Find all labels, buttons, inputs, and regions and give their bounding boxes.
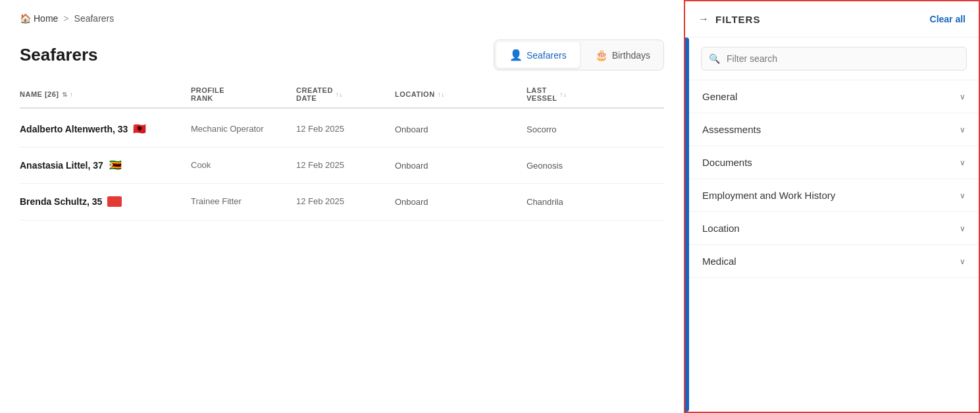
filters-panel: → FILTERS Clear all 🔍 General ∨ xyxy=(684,0,980,413)
breadcrumb: 🏠 Home > Seafarers xyxy=(20,13,664,24)
chevron-documents-icon: ∨ xyxy=(960,158,966,167)
cell-rank-1: Mechanic Operator xyxy=(191,123,296,135)
breadcrumb-current: Seafarers xyxy=(74,13,115,24)
table-row[interactable]: Adalberto Altenwerth, 33 🇦🇱 Mechanic Ope… xyxy=(20,111,664,148)
filter-section-medical: Medical ∨ xyxy=(689,245,979,278)
seafarers-table: NAME [26] ⇅ ↑ PROFILERANK CREATEDDATE ↑↓… xyxy=(20,86,664,221)
col-vessel[interactable]: LASTVESSEL ↑↓ xyxy=(527,86,658,102)
filters-header: → FILTERS Clear all xyxy=(685,1,979,38)
filters-title: FILTERS xyxy=(715,14,760,25)
sidebar-inner: 🔍 General ∨ Assessments ∨ xyxy=(685,38,979,412)
sort-name-icon: ⇅ xyxy=(62,91,68,98)
breadcrumb-home[interactable]: 🏠 Home xyxy=(20,13,58,24)
cell-name-3: Brenda Schultz, 35 🟥 xyxy=(20,196,191,207)
cell-vessel-2: Geonosis xyxy=(527,161,658,171)
filter-section-assessments-header[interactable]: Assessments ∨ xyxy=(689,113,979,146)
filter-section-assessments: Assessments ∨ xyxy=(689,113,979,146)
col-location[interactable]: LOCATION ↑↓ xyxy=(395,86,527,102)
col-name[interactable]: NAME [26] ⇅ ↑ xyxy=(20,86,191,102)
clear-all-button[interactable]: Clear all xyxy=(930,14,966,24)
flag-3: 🟥 xyxy=(107,196,122,207)
chevron-location-icon: ∨ xyxy=(960,224,966,233)
cell-name-2: Anastasia Littel, 37 🇿🇼 xyxy=(20,160,191,171)
table-header: NAME [26] ⇅ ↑ PROFILERANK CREATEDDATE ↑↓… xyxy=(20,86,664,109)
sidebar-content: 🔍 General ∨ Assessments ∨ xyxy=(689,38,979,412)
sort-location-icon: ↑↓ xyxy=(438,91,445,98)
flag-1: 🇦🇱 xyxy=(133,124,147,134)
page-title: Seafarers xyxy=(20,45,98,65)
filter-section-employment-header[interactable]: Employment and Work History ∨ xyxy=(689,179,979,211)
cell-location-1: Onboard xyxy=(395,124,527,134)
chevron-employment-icon: ∨ xyxy=(960,191,966,200)
filter-section-medical-header[interactable]: Medical ∨ xyxy=(689,245,979,277)
flag-2: 🇿🇼 xyxy=(109,160,123,171)
filters-title-group: → FILTERS xyxy=(698,13,760,25)
sort-name-up-icon: ↑ xyxy=(70,91,74,98)
sort-created-icon: ↑↓ xyxy=(336,91,343,98)
arrow-icon: → xyxy=(698,13,709,25)
cell-rank-3: Trainee Fitter xyxy=(191,196,296,207)
filter-search-wrap: 🔍 xyxy=(689,38,979,80)
cell-vessel-3: Chandrila xyxy=(527,197,658,207)
table-row[interactable]: Anastasia Littel, 37 🇿🇼 Cook 12 Feb 2025… xyxy=(20,148,664,184)
filter-section-documents: Documents ∨ xyxy=(689,146,979,179)
seafarers-icon: 👤 xyxy=(509,49,523,61)
col-created[interactable]: CREATEDDATE ↑↓ xyxy=(296,86,395,102)
home-icon: 🏠 xyxy=(20,13,31,24)
tab-seafarers[interactable]: 👤 Seafarers xyxy=(496,42,580,68)
cell-vessel-1: Socorro xyxy=(527,124,658,134)
cell-date-1: 12 Feb 2025 xyxy=(296,123,395,135)
cell-name-1: Adalberto Altenwerth, 33 🇦🇱 xyxy=(20,124,191,134)
filter-section-employment: Employment and Work History ∨ xyxy=(689,179,979,212)
cell-rank-2: Cook xyxy=(191,159,296,171)
table-row[interactable]: Brenda Schultz, 35 🟥 Trainee Fitter 12 F… xyxy=(20,184,664,220)
filter-section-location-header[interactable]: Location ∨ xyxy=(689,212,979,244)
cell-location-3: Onboard xyxy=(395,197,527,207)
chevron-medical-icon: ∨ xyxy=(960,257,966,266)
filter-section-location: Location ∨ xyxy=(689,212,979,245)
birthdays-icon: 🎂 xyxy=(595,49,608,61)
col-rank: PROFILERANK xyxy=(191,86,296,102)
filter-section-general: General ∨ xyxy=(689,80,979,113)
tab-birthdays[interactable]: 🎂 Birthdays xyxy=(582,40,663,70)
filter-search-input[interactable] xyxy=(701,47,967,70)
cell-date-3: 12 Feb 2025 xyxy=(296,196,395,207)
sort-vessel-icon: ↑↓ xyxy=(559,91,567,98)
filter-section-general-header[interactable]: General ∨ xyxy=(689,80,979,113)
cell-date-2: 12 Feb 2025 xyxy=(296,159,395,171)
breadcrumb-separator: > xyxy=(63,13,68,24)
cell-location-2: Onboard xyxy=(395,161,527,171)
filter-section-documents-header[interactable]: Documents ∨ xyxy=(689,146,979,179)
page-header: Seafarers 👤 Seafarers 🎂 Birthdays xyxy=(20,40,664,70)
chevron-assessments-icon: ∨ xyxy=(960,125,966,134)
chevron-general-icon: ∨ xyxy=(960,92,966,101)
tab-group: 👤 Seafarers 🎂 Birthdays xyxy=(494,40,664,70)
